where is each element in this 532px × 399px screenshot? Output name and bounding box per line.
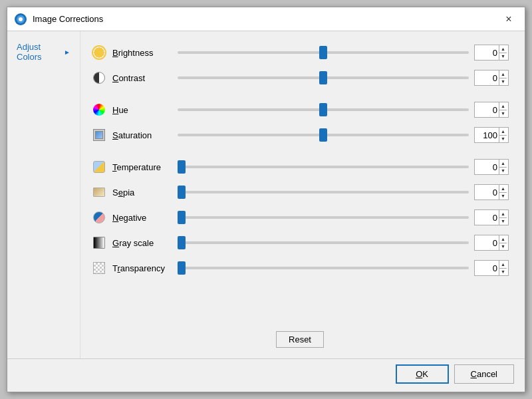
hue-spinbox: ▲ ▼ xyxy=(474,102,509,118)
saturation-row: Saturation ▲ ▼ xyxy=(91,124,509,146)
temperature-row: Temperature ▲ ▼ xyxy=(91,156,509,178)
transparency-spinbox: ▲ ▼ xyxy=(474,260,509,276)
grayscale-spinbox: ▲ ▼ xyxy=(474,235,509,251)
grayscale-icon xyxy=(91,235,107,251)
reset-button[interactable]: Reset xyxy=(276,331,324,348)
negative-row: Negative ▲ ▼ xyxy=(91,207,509,228)
brightness-value[interactable] xyxy=(475,48,499,58)
negative-track xyxy=(178,216,469,219)
saturation-slider[interactable] xyxy=(178,128,469,142)
hue-icon xyxy=(91,102,107,118)
transparency-icon xyxy=(91,260,107,276)
brightness-row: Brightness ▲ ▼ xyxy=(91,42,509,63)
negative-icon xyxy=(91,209,107,225)
contrast-value[interactable] xyxy=(475,73,499,83)
saturation-icon xyxy=(91,127,107,143)
saturation-value[interactable] xyxy=(475,130,499,140)
temperature-thumb[interactable] xyxy=(178,160,186,174)
temperature-track xyxy=(178,166,469,168)
grayscale-thumb[interactable] xyxy=(178,236,186,249)
ok-button[interactable]: OK xyxy=(396,364,449,384)
sidebar-item-adjust-colors[interactable]: Adjust Colors ► xyxy=(11,38,76,66)
dialog-footer: OK Cancel xyxy=(7,358,525,392)
temperature-icon xyxy=(91,159,107,175)
temperature-spinbox: ▲ ▼ xyxy=(474,159,509,175)
sepia-icon xyxy=(91,184,107,200)
negative-slider[interactable] xyxy=(178,211,469,224)
hue-up[interactable]: ▲ xyxy=(499,102,507,110)
negative-label: Negative xyxy=(112,213,172,223)
sidebar: Adjust Colors ► xyxy=(7,31,80,358)
brightness-arrows: ▲ ▼ xyxy=(499,45,507,60)
negative-thumb[interactable] xyxy=(178,211,186,224)
sepia-thumb[interactable] xyxy=(178,186,186,199)
hue-down[interactable]: ▼ xyxy=(499,110,507,118)
chevron-right-icon: ► xyxy=(64,49,70,56)
brightness-up[interactable]: ▲ xyxy=(499,45,507,53)
grayscale-down[interactable]: ▼ xyxy=(499,243,507,251)
negative-down[interactable]: ▼ xyxy=(499,218,507,225)
contrast-row: Contrast ▲ ▼ xyxy=(91,67,509,88)
temperature-label: Temperature xyxy=(112,162,172,172)
hue-row: Hue ▲ ▼ xyxy=(91,99,509,120)
hue-slider[interactable] xyxy=(178,103,469,116)
brightness-thumb[interactable] xyxy=(319,46,327,59)
contrast-thumb[interactable] xyxy=(319,71,327,84)
grayscale-row: Gray scale ▲ ▼ xyxy=(91,232,509,253)
grayscale-slider[interactable] xyxy=(178,236,469,249)
brightness-down[interactable]: ▼ xyxy=(499,53,507,61)
sepia-down[interactable]: ▼ xyxy=(499,193,507,200)
dialog-body: Adjust Colors ► Brightness xyxy=(7,31,525,358)
contrast-up[interactable]: ▲ xyxy=(499,70,507,78)
sepia-up[interactable]: ▲ xyxy=(499,185,507,193)
transparency-down[interactable]: ▼ xyxy=(499,269,507,276)
sepia-row: Sepia ▲ ▼ xyxy=(91,182,509,203)
sepia-spinbox: ▲ ▼ xyxy=(474,184,509,200)
reset-row: Reset xyxy=(91,326,509,353)
hue-thumb[interactable] xyxy=(319,103,327,116)
sepia-value[interactable] xyxy=(475,188,499,198)
cancel-button[interactable]: Cancel xyxy=(454,364,514,384)
temperature-arrows: ▲ ▼ xyxy=(499,160,507,174)
saturation-label: Saturation xyxy=(112,130,172,140)
saturation-down[interactable]: ▼ xyxy=(499,136,507,143)
close-button[interactable]: × xyxy=(499,10,518,29)
transparency-label: Transparency xyxy=(112,263,172,273)
hue-arrows: ▲ ▼ xyxy=(499,102,507,117)
saturation-up[interactable]: ▲ xyxy=(499,128,507,136)
transparency-up[interactable]: ▲ xyxy=(499,261,507,269)
contrast-icon xyxy=(91,70,107,86)
sepia-arrows: ▲ ▼ xyxy=(499,185,507,200)
saturation-arrows: ▲ ▼ xyxy=(499,128,507,142)
contrast-arrows: ▲ ▼ xyxy=(499,70,507,85)
grayscale-track xyxy=(178,241,469,244)
transparency-value[interactable] xyxy=(475,263,499,273)
temperature-slider[interactable] xyxy=(178,160,469,174)
negative-up[interactable]: ▲ xyxy=(499,210,507,218)
saturation-track xyxy=(178,134,469,136)
contrast-down[interactable]: ▼ xyxy=(499,78,507,86)
temperature-down[interactable]: ▼ xyxy=(499,168,507,175)
contrast-track xyxy=(178,76,469,79)
brightness-track xyxy=(178,51,469,54)
transparency-row: Transparency ▲ ▼ xyxy=(91,257,509,279)
main-content: Brightness ▲ ▼ xyxy=(80,31,525,358)
sepia-slider[interactable] xyxy=(178,186,469,199)
brightness-slider[interactable] xyxy=(178,46,469,59)
saturation-thumb[interactable] xyxy=(319,128,327,142)
temperature-up[interactable]: ▲ xyxy=(499,160,507,168)
grayscale-up[interactable]: ▲ xyxy=(499,235,507,243)
brightness-label: Brightness xyxy=(112,48,172,58)
app-icon xyxy=(14,13,27,26)
contrast-slider[interactable] xyxy=(178,71,469,84)
temperature-value[interactable] xyxy=(475,162,499,172)
dialog-title: Image Corrections xyxy=(33,14,499,24)
grayscale-value[interactable] xyxy=(475,238,499,248)
transparency-slider[interactable] xyxy=(178,261,469,275)
hue-value[interactable] xyxy=(475,105,499,115)
svg-point-2 xyxy=(19,17,23,21)
transparency-thumb[interactable] xyxy=(178,261,186,275)
transparency-arrows: ▲ ▼ xyxy=(499,261,507,275)
negative-value[interactable] xyxy=(475,213,499,223)
brightness-icon xyxy=(91,45,107,61)
